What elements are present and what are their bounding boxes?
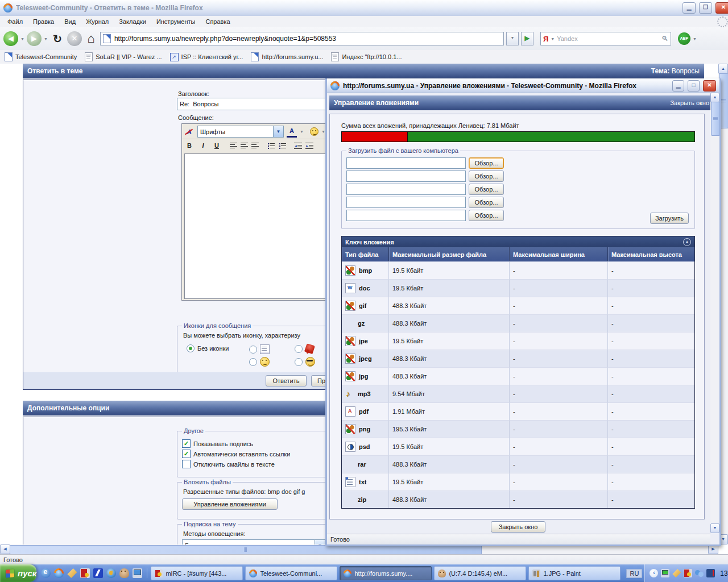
msn-icon[interactable] (695, 569, 704, 577)
go-button[interactable]: ▶ (521, 32, 533, 45)
file-input-3[interactable] (346, 184, 466, 195)
search-bar[interactable]: Я ▼ Yandex 🔍︎ (540, 32, 671, 45)
bullet-list-icon[interactable] (278, 143, 286, 149)
minimize-button[interactable]: ▁ (682, 2, 696, 14)
browse-button-5[interactable]: Обзор... (469, 210, 504, 221)
bookmark-item-5[interactable]: Индекс "ftp://10.0.1... (331, 52, 402, 61)
home-button[interactable]: ⌂ (84, 34, 98, 44)
italic-button[interactable]: I (198, 140, 208, 151)
menu-item-1[interactable]: Файл (2, 17, 28, 26)
file-input-2[interactable] (346, 171, 466, 182)
font-color-icon[interactable]: A (287, 126, 297, 138)
back-dropdown-icon[interactable]: ▼ (20, 37, 24, 41)
adblock-dropdown-icon[interactable]: ▼ (693, 37, 697, 41)
popup-maximize-button[interactable]: □ (688, 80, 700, 92)
task-button-1[interactable]: mIRC - [#sumy [443... (151, 566, 243, 580)
browse-button-2[interactable]: Обзор... (469, 171, 504, 182)
task-button-4[interactable]: (U:7.4 D:145.4) eM... (434, 566, 526, 580)
yandex-icon[interactable]: Я (543, 35, 548, 43)
align-right-icon[interactable] (251, 143, 259, 149)
indent-icon[interactable] (305, 143, 313, 149)
smiley-icon[interactable] (310, 127, 318, 136)
popup-close-window-button[interactable]: Закрыть окно (491, 521, 545, 533)
reply-submit-button[interactable]: Ответить (266, 375, 307, 386)
message-icon-option-thumbsdown[interactable] (295, 344, 314, 353)
checkbox-2[interactable]: ✓ (182, 450, 191, 458)
popup-scroll-up-button[interactable]: ▲ (710, 93, 719, 102)
start-button[interactable]: пуск (0, 564, 36, 582)
flash-icon[interactable] (93, 568, 103, 578)
remove-format-icon[interactable]: A (184, 127, 195, 137)
menu-item-2[interactable]: Правка (28, 17, 59, 26)
search-engine-dropdown-icon[interactable]: ▼ (551, 37, 555, 41)
mail-icon[interactable] (67, 568, 77, 578)
search-icon[interactable]: 🔍︎ (661, 35, 668, 43)
manage-attachments-button[interactable]: Управление вложениями (182, 498, 278, 510)
restore-button[interactable]: ❐ (699, 2, 712, 14)
bookmark-item-3[interactable]: ↗ISP :: Клиентский уг... (170, 53, 243, 61)
tray-chevron-icon[interactable]: ‹ (650, 569, 658, 577)
task-button-5[interactable]: 1.JPG - Paint (528, 566, 621, 580)
message-icon-option-doc[interactable] (249, 344, 270, 354)
monitor-green-icon[interactable] (661, 569, 669, 577)
url-bar[interactable] (100, 32, 504, 45)
popup-vertical-scrollbar[interactable]: ▲ ▼ (710, 93, 719, 533)
popup-scroll-thumb[interactable] (711, 102, 720, 136)
upload-button[interactable]: Загрузить (650, 213, 689, 224)
scroll-up-button[interactable]: ▲ (718, 64, 728, 74)
file-input-1[interactable] (346, 157, 466, 169)
ie-icon[interactable] (41, 568, 51, 578)
menu-item-6[interactable]: Инструменты (151, 17, 201, 26)
search-input[interactable]: Yandex (557, 35, 659, 42)
bookmark-item-4[interactable]: http://forums.sumy.u... (251, 52, 323, 61)
message-icon-radio-thumbsdown[interactable] (295, 345, 303, 353)
menu-item-3[interactable]: Вид (59, 17, 81, 26)
reload-button[interactable]: ↻ (50, 34, 65, 44)
browse-button-1[interactable]: Обзор... (469, 157, 504, 169)
align-center-icon[interactable] (241, 143, 248, 149)
popup-scroll-down-button[interactable]: ▼ (710, 523, 719, 533)
checkbox-1[interactable]: ✓ (182, 439, 191, 448)
checkbox-3[interactable] (182, 460, 191, 468)
url-input[interactable] (113, 34, 501, 43)
message-icon-radio-smile[interactable] (249, 358, 257, 366)
ordered-list-icon[interactable] (267, 143, 275, 149)
popup-titlebar[interactable]: http://forums.sumy.ua - Управление вложе… (327, 78, 719, 93)
browse-button-4[interactable]: Обзор... (469, 197, 504, 208)
message-icon-radio-doc[interactable] (249, 346, 257, 354)
close-button[interactable]: ✕ (715, 2, 728, 14)
font-dropdown[interactable]: Шрифты ▼ (197, 126, 284, 138)
firefox-icon[interactable] (54, 568, 64, 578)
message-icon-radio-cool[interactable] (295, 358, 303, 366)
close-window-link[interactable]: Закрыть окно (670, 99, 709, 106)
message-icon-option-cool[interactable] (295, 357, 315, 367)
no-icon-radio[interactable] (187, 344, 195, 352)
forward-dropdown-icon[interactable]: ▼ (44, 37, 48, 41)
bookmark-item-2[interactable]: SoLaR || VIP - Warez ... (85, 52, 162, 61)
url-dropdown-icon[interactable]: ▼ (506, 32, 519, 45)
underline-button[interactable]: U (212, 140, 222, 151)
bookmark-item-1[interactable]: Telesweet-Community (5, 52, 77, 61)
file-input-4[interactable] (346, 197, 466, 208)
message-icon-option-smile[interactable] (249, 357, 270, 367)
browse-button-3[interactable]: Обзор... (469, 184, 504, 195)
scroll-left-button[interactable]: ◀ (0, 544, 10, 554)
temp-icon[interactable] (706, 569, 715, 577)
bold-button[interactable]: B (184, 140, 195, 151)
horizontal-scroll-thumb[interactable] (10, 545, 482, 555)
file-input-5[interactable] (346, 210, 466, 221)
globe-icon[interactable] (106, 568, 116, 578)
mirc-icon[interactable] (684, 569, 692, 577)
menu-item-7[interactable]: Справка (200, 17, 235, 26)
align-left-icon[interactable] (230, 143, 237, 149)
popup-close-button[interactable]: ✕ (703, 80, 716, 92)
mail-icon[interactable] (672, 569, 681, 577)
no-icon-option[interactable]: Без иконки (187, 344, 229, 352)
adblock-icon[interactable]: ABP (678, 32, 690, 45)
monitor-icon[interactable] (133, 568, 142, 578)
back-button[interactable]: ◀ (3, 31, 18, 46)
menu-item-5[interactable]: Закладки (114, 17, 151, 26)
emule-icon[interactable] (119, 568, 129, 578)
outdent-icon[interactable] (294, 143, 302, 149)
menu-item-4[interactable]: Журнал (81, 17, 114, 26)
